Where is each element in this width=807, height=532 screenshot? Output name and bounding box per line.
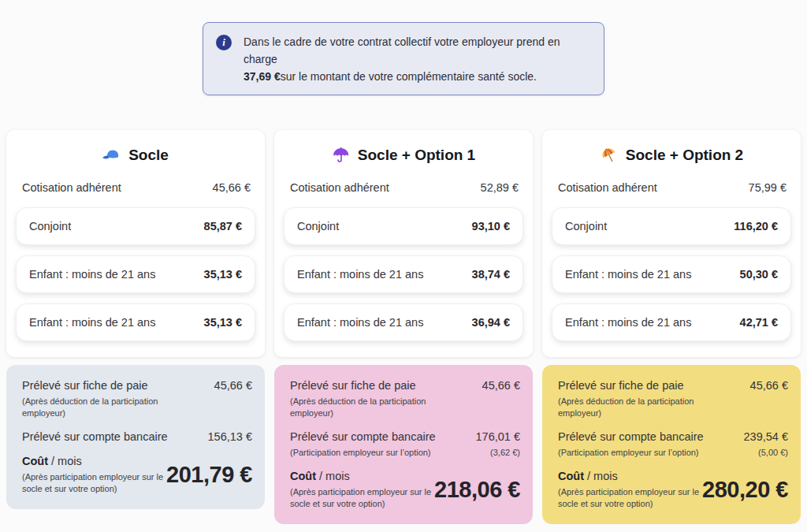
beneficiary-label: Enfant : moins de 21 ans — [29, 316, 155, 329]
member-contribution-value: 75,99 € — [749, 181, 787, 194]
beneficiary-label: Enfant : moins de 21 ans — [29, 268, 155, 281]
beneficiary-amount: 93,10 € — [472, 220, 510, 233]
bank-debit-row: Prélevé sur compte bancaire 156,13 € — [22, 430, 252, 444]
plan-column-socle: Socle Cotisation adhérent 45,66 € Conjoi… — [6, 130, 265, 509]
monthly-total: 218,06 € — [434, 477, 520, 503]
plan-title-row: Socle + Option 2 — [542, 143, 801, 166]
member-contribution-row: Cotisation adhérent 75,99 € — [542, 181, 801, 194]
payroll-deduction-row: Prélevé sur fiche de paie (Après déducti… — [22, 378, 252, 419]
member-contribution-label: Cotisation adhérent — [290, 181, 389, 194]
employer-contribution-banner: i Dans le cadre de votre contrat collect… — [203, 22, 604, 95]
beneficiary-row: Enfant : moins de 21 ans 35,13 € — [16, 255, 255, 293]
beneficiary-amount: 36,94 € — [472, 316, 510, 329]
bank-label: Prélevé sur compte bancaire — [558, 430, 704, 444]
beneficiary-amount: 116,20 € — [734, 220, 778, 233]
beneficiary-row: Enfant : moins de 21 ans 50,30 € — [552, 255, 791, 293]
beneficiary-row: Conjoint 93,10 € — [284, 207, 523, 245]
cost-label-suffix: / mois — [584, 470, 618, 482]
cost-note: (Après participation employeur sur le so… — [290, 486, 434, 510]
cost-label-suffix: / mois — [48, 455, 82, 467]
cost-label: Coût — [558, 470, 584, 482]
member-contribution-value: 45,66 € — [213, 181, 251, 194]
beneficiary-amount: 35,13 € — [204, 316, 242, 329]
bank-note: (Participation employeur sur l’option) — [290, 447, 436, 459]
payroll-label: Prélevé sur fiche de paie — [290, 378, 437, 392]
plan-title: Socle + Option 2 — [626, 147, 743, 164]
payroll-deduction-row: Prélevé sur fiche de paie (Après déducti… — [558, 378, 788, 419]
beneficiary-label: Enfant : moins de 21 ans — [297, 268, 423, 281]
banner-text: Dans le cadre de votre contrat collectif… — [244, 33, 589, 85]
beneficiary-row: Enfant : moins de 21 ans 35,13 € — [16, 303, 255, 341]
cost-label: Coût — [22, 455, 48, 467]
banner-line2: sur le montant de votre complémentaire s… — [281, 70, 537, 83]
beneficiary-amount: 42,71 € — [740, 316, 778, 329]
cost-label: Coût — [290, 470, 316, 482]
banner-line1: Dans le cadre de votre contrat collectif… — [244, 35, 560, 65]
plan-card: Socle + Option 1 Cotisation adhérent 52,… — [274, 130, 533, 357]
cost-summary: Prélevé sur fiche de paie (Après déducti… — [6, 365, 265, 509]
plan-card: Socle + Option 2 Cotisation adhérent 75,… — [542, 130, 801, 357]
banner-container: i Dans le cadre de votre contrat collect… — [0, 0, 807, 95]
payroll-note: (Après déduction de la participation emp… — [558, 396, 705, 419]
cost-note: (Après participation employeur sur le so… — [558, 486, 702, 510]
bank-label: Prélevé sur compte bancaire — [290, 430, 436, 444]
payroll-note: (Après déduction de la participation emp… — [22, 396, 169, 419]
payroll-label: Prélevé sur fiche de paie — [22, 378, 169, 392]
bank-value-note: (5,00 €) — [744, 448, 788, 457]
monthly-cost-row: Coût / mois (Après participation employe… — [290, 469, 520, 510]
plan-title: Socle — [128, 147, 169, 164]
bank-debit-row: Prélevé sur compte bancaire (Participati… — [558, 430, 788, 459]
bank-value: 156,13 € — [208, 430, 252, 444]
beneficiary-amount: 38,74 € — [472, 268, 510, 281]
umbrella-icon — [332, 146, 351, 165]
cost-label-suffix: / mois — [316, 470, 350, 482]
monthly-cost-row: Coût / mois (Après participation employe… — [22, 454, 252, 495]
monthly-total: 201,79 € — [166, 462, 252, 488]
plan-column-option1: Socle + Option 1 Cotisation adhérent 52,… — [274, 130, 533, 524]
beneficiary-label: Conjoint — [297, 220, 339, 233]
plan-card: Socle Cotisation adhérent 45,66 € Conjoi… — [6, 130, 265, 357]
monthly-cost-row: Coût / mois (Après participation employe… — [558, 469, 788, 510]
banner-amount: 37,69 € — [244, 70, 281, 83]
beneficiary-row: Enfant : moins de 21 ans 38,74 € — [284, 255, 523, 293]
plan-title: Socle + Option 1 — [358, 147, 475, 164]
member-contribution-label: Cotisation adhérent — [22, 181, 121, 194]
beneficiary-label: Conjoint — [29, 220, 71, 233]
cap-icon — [102, 146, 121, 165]
plan-column-option2: Socle + Option 2 Cotisation adhérent 75,… — [542, 130, 801, 524]
beneficiary-amount: 35,13 € — [204, 268, 242, 281]
bank-debit-row: Prélevé sur compte bancaire (Participati… — [290, 430, 520, 459]
beneficiary-amount: 50,30 € — [740, 268, 778, 281]
payroll-value: 45,66 € — [214, 378, 252, 392]
member-contribution-row: Cotisation adhérent 45,66 € — [6, 181, 265, 194]
beneficiary-label: Enfant : moins de 21 ans — [565, 316, 691, 329]
payroll-value: 45,66 € — [750, 378, 788, 392]
monthly-total: 280,20 € — [702, 477, 788, 503]
cost-summary: Prélevé sur fiche de paie (Après déducti… — [274, 365, 533, 524]
payroll-note: (Après déduction de la participation emp… — [290, 396, 437, 419]
beach-umbrella-icon — [600, 146, 619, 165]
payroll-deduction-row: Prélevé sur fiche de paie (Après déducti… — [290, 378, 520, 419]
cost-summary: Prélevé sur fiche de paie (Après déducti… — [542, 365, 801, 524]
cost-note: (Après participation employeur sur le so… — [22, 471, 166, 495]
info-icon: i — [216, 35, 232, 50]
bank-label: Prélevé sur compte bancaire — [22, 430, 168, 444]
plan-columns: Socle Cotisation adhérent 45,66 € Conjoi… — [0, 130, 807, 524]
beneficiary-label: Conjoint — [565, 220, 607, 233]
beneficiary-label: Enfant : moins de 21 ans — [565, 268, 691, 281]
bank-note: (Participation employeur sur l’option) — [558, 447, 704, 459]
payroll-label: Prélevé sur fiche de paie — [558, 378, 705, 392]
bank-value: 239,54 € — [744, 430, 788, 444]
beneficiary-row: Enfant : moins de 21 ans 36,94 € — [284, 303, 523, 341]
beneficiary-row: Enfant : moins de 21 ans 42,71 € — [552, 303, 791, 341]
beneficiary-label: Enfant : moins de 21 ans — [297, 316, 423, 329]
member-contribution-value: 52,89 € — [481, 181, 519, 194]
bank-value-note: (3,62 €) — [476, 448, 520, 457]
beneficiary-row: Conjoint 116,20 € — [552, 207, 791, 245]
beneficiary-row: Conjoint 85,87 € — [16, 207, 255, 245]
plan-title-row: Socle + Option 1 — [274, 143, 533, 166]
member-contribution-label: Cotisation adhérent — [558, 181, 657, 194]
bank-value: 176,01 € — [476, 430, 520, 444]
plan-title-row: Socle — [6, 143, 265, 166]
beneficiary-amount: 85,87 € — [204, 220, 242, 233]
